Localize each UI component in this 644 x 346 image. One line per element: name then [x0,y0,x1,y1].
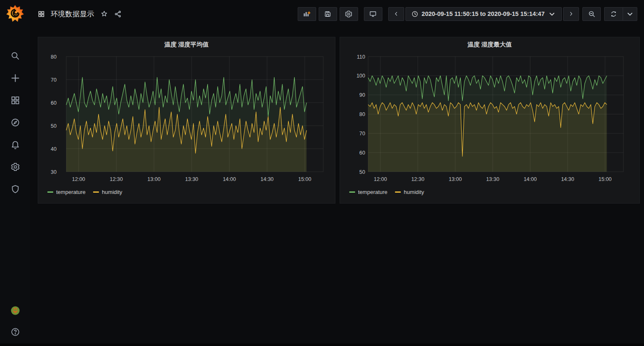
svg-text:50: 50 [51,123,57,129]
legend: temperature humidity [349,189,639,195]
svg-text:80: 80 [51,54,57,60]
svg-text:70: 70 [51,77,57,83]
svg-text:14:30: 14:30 [260,176,273,182]
svg-text:13:00: 13:00 [148,176,161,182]
legend-label: temperature [56,189,86,195]
legend-item-humidity[interactable]: humidity [395,189,424,195]
legend-dash-humidity [93,191,99,193]
legend-item-temperature[interactable]: temperature [47,189,86,195]
svg-text:80: 80 [359,111,365,117]
svg-text:12:30: 12:30 [110,176,123,182]
add-icon[interactable] [10,73,20,83]
svg-text:100: 100 [356,73,365,79]
legend-dash-humidity [395,191,401,193]
svg-text:60: 60 [51,100,57,106]
svg-text:110: 110 [357,54,365,60]
refresh-interval-dropdown[interactable] [623,7,637,21]
svg-text:12:30: 12:30 [411,176,424,182]
dashboard-settings-button[interactable] [340,7,358,21]
panel-title[interactable]: 温度 湿度平均值 [38,37,335,52]
server-admin-shield-icon[interactable] [10,184,20,194]
svg-text:13:30: 13:30 [185,176,198,182]
legend-dash-temperature [47,191,53,193]
search-icon[interactable] [10,51,20,61]
configuration-gear-icon[interactable] [10,162,20,172]
svg-text:12:00: 12:00 [72,176,85,182]
legend-item-humidity[interactable]: humidity [93,189,122,195]
zoom-out-time-button[interactable] [582,7,601,21]
svg-text:30: 30 [51,169,57,175]
refresh-button[interactable] [604,7,623,21]
svg-text:90: 90 [359,92,365,98]
svg-text:14:00: 14:00 [524,176,537,182]
legend-dash-temperature [349,191,355,193]
help-icon[interactable] [10,327,20,337]
legend-item-temperature[interactable]: temperature [349,189,387,195]
svg-text:15:00: 15:00 [599,176,612,182]
panel-avg: 温度 湿度平均值 30405060708012:0012:3013:0013:3… [38,37,335,204]
window-bottom-edge [0,343,644,346]
avatar[interactable] [8,303,23,318]
time-range-picker[interactable]: 2020-09-15 11:50:15 to 2020-09-15 15:14:… [405,7,562,21]
grafana-logo-icon[interactable] [5,4,25,23]
legend-label: humidity [404,189,424,195]
svg-text:70: 70 [359,131,365,137]
topbar: 环境数据显示 2020-09-15 11:50:15 to 2 [30,0,644,28]
cycle-view-mode-button[interactable] [364,7,382,21]
svg-text:50: 50 [359,169,365,175]
svg-text:40: 40 [51,146,57,152]
panel-title[interactable]: 温度 湿度最大值 [340,37,639,52]
svg-text:12:00: 12:00 [374,176,387,182]
add-panel-button[interactable] [298,7,316,21]
alerting-bell-icon[interactable] [10,140,20,150]
legend: temperature humidity [47,189,335,195]
time-back-button[interactable] [388,7,404,21]
save-dashboard-button[interactable] [319,7,337,21]
dashboard-title[interactable]: 环境数据显示 [51,9,94,19]
dashboards-icon[interactable] [10,96,20,105]
explore-compass-icon[interactable] [10,118,20,127]
star-icon[interactable] [100,10,108,18]
svg-text:15:00: 15:00 [298,176,311,182]
chart-max[interactable]: 506070809010011012:0012:3013:0013:3014:0… [340,52,639,186]
share-icon[interactable] [114,10,122,18]
time-forward-button[interactable] [563,7,579,21]
panel-max: 温度 湿度最大值 506070809010011012:0012:3013:00… [340,37,640,204]
legend-label: humidity [102,189,122,195]
svg-text:60: 60 [359,150,365,156]
legend-label: temperature [358,189,387,195]
time-range-label: 2020-09-15 11:50:15 to 2020-09-15 15:14:… [422,10,545,17]
chart-avg[interactable]: 30405060708012:0012:3013:0013:3014:0014:… [38,52,335,186]
svg-text:14:30: 14:30 [561,176,574,182]
dashboards-grid-icon [38,10,45,18]
svg-text:13:00: 13:00 [449,176,462,182]
refresh-split-button [604,7,637,21]
sidebar [0,0,30,346]
svg-text:14:00: 14:00 [223,176,236,182]
svg-text:13:30: 13:30 [486,176,499,182]
